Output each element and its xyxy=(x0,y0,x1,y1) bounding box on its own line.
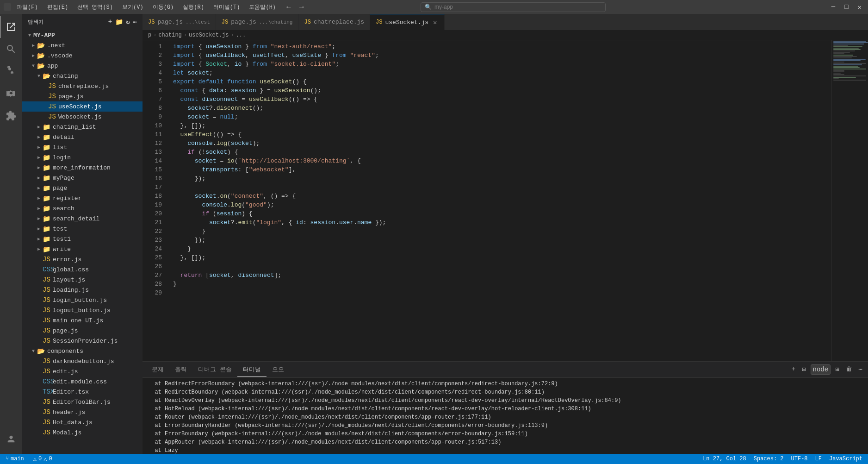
tree-root[interactable]: ▼ MY-APP xyxy=(22,30,143,40)
minimize-button[interactable]: ─ xyxy=(829,2,838,12)
node-select[interactable]: node xyxy=(811,364,831,375)
tree-item-login[interactable]: ▶ 📁 login xyxy=(22,152,143,163)
tree-item-loading_js[interactable]: JS loading.js xyxy=(22,285,143,295)
tree-item-page_js[interactable]: JS page.js xyxy=(22,326,143,336)
tree-item-test1[interactable]: ▶ 📁 test1 xyxy=(22,234,143,244)
terminal-maximize-icon[interactable]: ⊞ xyxy=(833,364,841,375)
tree-item-logout_button_js[interactable]: JS logout_button.js xyxy=(22,305,143,315)
tree-item-next[interactable]: ▶ 📂 .next xyxy=(22,40,143,50)
tree-item-chating_list[interactable]: ▶ 📁 chating_list xyxy=(22,122,143,132)
tree-item-list[interactable]: ▶ 📁 list xyxy=(22,142,143,152)
breadcrumb-more[interactable]: ... xyxy=(236,32,246,38)
breadcrumb-sep2: › xyxy=(184,32,187,38)
code-content[interactable]: import { useSession } from "next-auth/re… xyxy=(166,40,831,361)
tree-item-edit_js[interactable]: JS edit.js xyxy=(22,366,143,376)
terminal-content[interactable]: at RedirectErrorBoundary (webpack-intern… xyxy=(143,378,868,454)
close-button[interactable]: ✕ xyxy=(855,2,864,12)
collapse-icon[interactable]: ⋯ xyxy=(133,18,137,26)
tree-item-page2[interactable]: ▶ 📁 page xyxy=(22,183,143,193)
tree-item-login_button_js[interactable]: JS login_button.js xyxy=(22,295,143,305)
tree-item-error_js[interactable]: JS error.js xyxy=(22,254,143,264)
tab-terminal[interactable]: 터미널 xyxy=(237,363,267,377)
tree-item-detail[interactable]: ▶ 📁 detail xyxy=(22,132,143,142)
terminal-more-icon[interactable]: ⋯ xyxy=(857,364,864,375)
tree-item-main_one_UI_js[interactable]: JS main_one_UI.js xyxy=(22,315,143,326)
tree-label-app: app xyxy=(47,63,58,69)
tree-item-useSocket[interactable]: JS useSocket.js xyxy=(22,101,143,112)
new-file-icon[interactable]: + xyxy=(108,18,112,26)
tree-item-darkmodebutton[interactable]: JS darkmodebutton.js xyxy=(22,356,143,366)
terminal-line: at Lazy xyxy=(148,446,862,454)
tab-debug-console[interactable]: 디버그 콘솔 xyxy=(192,363,237,377)
sidebar-tree: ▼ MY-APP ▶ 📂 .next ▶ 📂 .vscode ▼ 📂 app xyxy=(22,30,143,454)
tree-item-SessionProvider_js[interactable]: JS SessionProvider.js xyxy=(22,336,143,346)
status-cursor[interactable]: Ln 27, Col 28 xyxy=(701,456,748,462)
tree-item-myPage[interactable]: ▶ 📁 myPage xyxy=(22,173,143,183)
menu-help[interactable]: 도움말(H) xyxy=(247,2,278,12)
tree-item-layout_js[interactable]: JS layout.js xyxy=(22,275,143,285)
add-terminal-icon[interactable]: + xyxy=(790,364,797,375)
menu-edit[interactable]: 편집(E) xyxy=(45,2,70,12)
tree-item-test[interactable]: ▶ 📁 test xyxy=(22,224,143,234)
breadcrumb-p[interactable]: p xyxy=(148,32,151,38)
tree-item-global_css[interactable]: CSS global.css xyxy=(22,264,143,275)
tree-item-chating[interactable]: ▼ 📂 chating xyxy=(22,71,143,81)
nav-forward-button[interactable]: → xyxy=(296,3,307,11)
js-file-icon: JS xyxy=(43,256,51,263)
menu-select[interactable]: 선택 영역(S) xyxy=(75,2,115,12)
status-errors[interactable]: ⚠ 0 △ 0 xyxy=(31,456,54,463)
status-encoding[interactable]: UTF-8 xyxy=(789,456,810,462)
menu-run[interactable]: 실행(R) xyxy=(181,2,206,12)
tab-problems[interactable]: 문제 xyxy=(146,363,169,377)
refresh-icon[interactable]: ↻ xyxy=(126,18,130,26)
status-branch[interactable]: ⑂ main xyxy=(4,456,26,462)
tree-item-more_information[interactable]: ▶ 📁 more_information xyxy=(22,163,143,173)
tree-item-Editor_tsx[interactable]: TSX Editor.tsx xyxy=(22,387,143,397)
tree-item-edit_module_css[interactable]: CSS edit.module.css xyxy=(22,376,143,387)
search-input[interactable] xyxy=(434,4,601,10)
tab-ports[interactable]: 오오 xyxy=(267,363,290,377)
tree-item-Modal_js[interactable]: JS Modal.js xyxy=(22,427,143,438)
split-terminal-icon[interactable]: ⊟ xyxy=(800,364,807,375)
tab-output[interactable]: 출력 xyxy=(169,363,192,377)
tab-page-test[interactable]: JS page.js ...\test xyxy=(143,14,216,30)
tree-item-search[interactable]: ▶ 📁 search xyxy=(22,203,143,213)
search-activity-icon[interactable] xyxy=(0,38,22,60)
tab-close-button[interactable]: ✕ xyxy=(431,19,439,26)
maximize-button[interactable]: □ xyxy=(842,2,851,12)
tree-item-write[interactable]: ▶ 📁 write xyxy=(22,244,143,254)
nav-back-button[interactable]: ← xyxy=(283,3,294,11)
source-control-icon[interactable] xyxy=(0,60,22,82)
menu-view[interactable]: 보기(V) xyxy=(120,2,145,12)
terminal-trash-icon[interactable]: 🗑 xyxy=(844,364,854,375)
tree-item-header_js[interactable]: JS header.js xyxy=(22,407,143,417)
status-line-ending[interactable]: LF xyxy=(813,456,824,462)
tree-item-Hot_data_js[interactable]: JS Hot_data.js xyxy=(22,417,143,427)
breadcrumb-useSocket[interactable]: useSocket.js xyxy=(189,32,229,38)
debug-icon[interactable] xyxy=(0,82,22,105)
explorer-icon[interactable] xyxy=(0,16,22,38)
tree-item-Websocket[interactable]: JS Websocket.js xyxy=(22,112,143,122)
extensions-icon[interactable] xyxy=(0,105,22,127)
status-spaces[interactable]: Spaces: 2 xyxy=(752,456,786,462)
tree-item-page[interactable]: JS page.js xyxy=(22,91,143,101)
tree-item-app[interactable]: ▼ 📂 app xyxy=(22,61,143,71)
new-folder-icon[interactable]: 📁 xyxy=(115,18,124,26)
breadcrumb-chating[interactable]: chating xyxy=(158,32,181,38)
account-icon[interactable] xyxy=(0,428,22,450)
menu-go[interactable]: 이동(G) xyxy=(151,2,176,12)
tree-item-EditorToolBar[interactable]: JS EditorToolBar.js xyxy=(22,397,143,407)
tree-item-vscode[interactable]: ▶ 📂 .vscode xyxy=(22,50,143,61)
tree-item-register[interactable]: ▶ 📁 register xyxy=(22,193,143,203)
tab-page-chating[interactable]: JS page.js ...\chating xyxy=(216,14,299,30)
tree-item-search_detail[interactable]: ▶ 📁 search_detail xyxy=(22,213,143,224)
code-editor[interactable]: 12345 678910 1112131415 1617181920 21222… xyxy=(143,40,868,361)
menu-file[interactable]: 파일(F) xyxy=(15,2,40,12)
tree-item-components[interactable]: ▼ 📂 components xyxy=(22,346,143,356)
tab-chatreplace[interactable]: JS chatreplace.js xyxy=(298,14,370,30)
menu-terminal[interactable]: 터미널(T) xyxy=(211,2,242,12)
status-language[interactable]: JavaScript xyxy=(827,456,864,462)
tab-useSocket[interactable]: JS useSocket.js ✕ xyxy=(370,14,445,30)
tree-item-chatreplace[interactable]: JS chatreplace.js xyxy=(22,81,143,91)
titlebar-search[interactable]: 🔍 xyxy=(421,2,606,12)
